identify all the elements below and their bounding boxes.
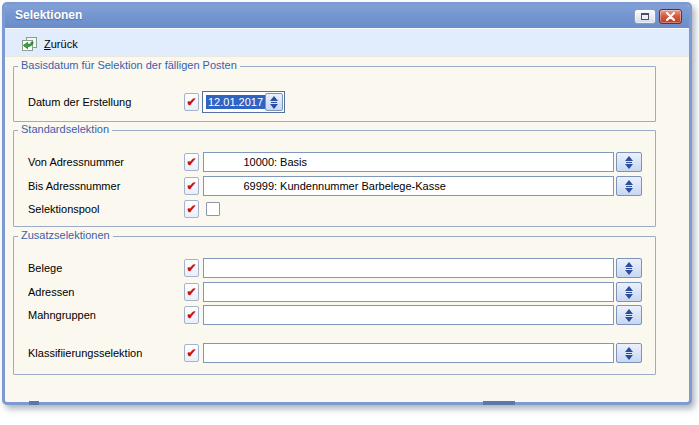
spinner-down-icon xyxy=(625,294,633,299)
spinner-dash xyxy=(626,162,632,163)
spinner-up-icon xyxy=(625,262,633,267)
spinner-up-icon xyxy=(625,309,633,314)
group-zusatzselektionen: Zusatzselektionen Belege ✔ Adressen ✔ Ma… xyxy=(13,236,656,375)
group-basisdatum-title: Basisdatum für Selektion der fälligen Po… xyxy=(18,59,240,71)
belege-spinner-button[interactable] xyxy=(616,258,642,278)
close-icon xyxy=(666,12,675,21)
mahngruppen-spinner-button[interactable] xyxy=(616,305,642,325)
spinner-down-icon xyxy=(625,188,633,193)
selection-active-check-icon[interactable]: ✔ xyxy=(184,200,199,218)
toolbar: Zurück xyxy=(5,28,689,57)
selection-active-check-icon[interactable]: ✔ xyxy=(184,153,199,171)
label-mahngruppen: Mahngruppen xyxy=(28,309,96,321)
group-standardselektion: Standardselektion Von Adressnummer ✔ 100… xyxy=(13,130,656,227)
date-spinner-button[interactable] xyxy=(265,93,283,111)
field-number: 69999 xyxy=(204,180,274,192)
spinner-up-icon xyxy=(625,156,633,161)
group-standardselektion-title: Standardselektion xyxy=(18,123,112,135)
spinner-dash xyxy=(271,102,277,103)
field-text: : Basis xyxy=(274,156,307,168)
spinner-dash xyxy=(626,315,632,316)
spinner-down-icon xyxy=(625,270,633,275)
spinner-up-icon xyxy=(625,347,633,352)
selection-active-check-icon[interactable]: ✔ xyxy=(184,177,199,195)
selection-active-check-icon[interactable]: ✔ xyxy=(184,93,199,111)
spinner-down-icon xyxy=(625,317,633,322)
back-button[interactable]: Zurück xyxy=(15,33,84,54)
label-adressen: Adressen xyxy=(28,286,74,298)
label-bis-adressnummer: Bis Adressnummer xyxy=(28,180,120,192)
von-adressnummer-field[interactable]: 10000: Basis xyxy=(203,152,614,172)
adressen-spinner-button[interactable] xyxy=(616,282,642,302)
label-belege: Belege xyxy=(28,262,62,274)
label-datum-der-erstellung: Datum der Erstellung xyxy=(28,96,131,108)
bis-adressnummer-spinner-button[interactable] xyxy=(616,176,642,196)
background-window-fragment xyxy=(483,401,515,405)
spinner-dash xyxy=(626,353,632,354)
selection-active-check-icon[interactable]: ✔ xyxy=(184,344,199,362)
minimize-button[interactable] xyxy=(634,9,656,24)
label-klassifiierungsselektion: Klassifiierungsselektion xyxy=(28,347,142,359)
date-input[interactable]: 12.01.2017 xyxy=(202,91,285,113)
klassifiierungsselektion-field[interactable] xyxy=(203,343,614,363)
spinner-dash xyxy=(626,292,632,293)
selection-active-check-icon[interactable]: ✔ xyxy=(184,306,199,324)
background-window-fragment xyxy=(29,401,39,405)
spinner-dash xyxy=(626,186,632,187)
spinner-up-icon xyxy=(625,286,633,291)
field-text: : Kundennummer Barbelege-Kasse xyxy=(274,180,446,192)
spinner-up-icon xyxy=(625,180,633,185)
label-von-adressnummer: Von Adressnummer xyxy=(28,156,124,168)
titlebar[interactable]: Selektionen xyxy=(5,5,689,28)
selection-active-check-icon[interactable]: ✔ xyxy=(184,259,199,277)
field-number: 10000 xyxy=(204,156,274,168)
belege-field[interactable] xyxy=(203,258,614,278)
back-button-label: Zurück xyxy=(44,38,78,50)
bis-adressnummer-field[interactable]: 69999: Kundennummer Barbelege-Kasse xyxy=(203,176,614,196)
selection-active-check-icon[interactable]: ✔ xyxy=(184,283,199,301)
klassifiierungsselektion-spinner-button[interactable] xyxy=(616,343,642,363)
selektionspool-checkbox[interactable] xyxy=(206,202,220,216)
group-basisdatum: Basisdatum für Selektion der fälligen Po… xyxy=(13,66,656,122)
mahngruppen-field[interactable] xyxy=(203,305,614,325)
group-zusatzselektionen-title: Zusatzselektionen xyxy=(18,229,113,241)
close-button[interactable] xyxy=(659,9,682,24)
adressen-field[interactable] xyxy=(203,282,614,302)
spinner-down-icon xyxy=(270,104,278,109)
spinner-up-icon xyxy=(270,96,278,101)
spinner-dash xyxy=(626,268,632,269)
label-selektionspool: Selektionspool xyxy=(28,203,100,215)
back-icon xyxy=(21,36,38,52)
window-restore-icon xyxy=(641,13,649,20)
spinner-down-icon xyxy=(625,164,633,169)
spinner-down-icon xyxy=(625,355,633,360)
date-value-selected: 12.01.2017 xyxy=(206,95,265,109)
selektionen-dialog: Selektionen Zurück Basisdatum für Selekt… xyxy=(2,2,692,405)
window-title: Selektionen xyxy=(15,8,82,22)
von-adressnummer-spinner-button[interactable] xyxy=(616,152,642,172)
